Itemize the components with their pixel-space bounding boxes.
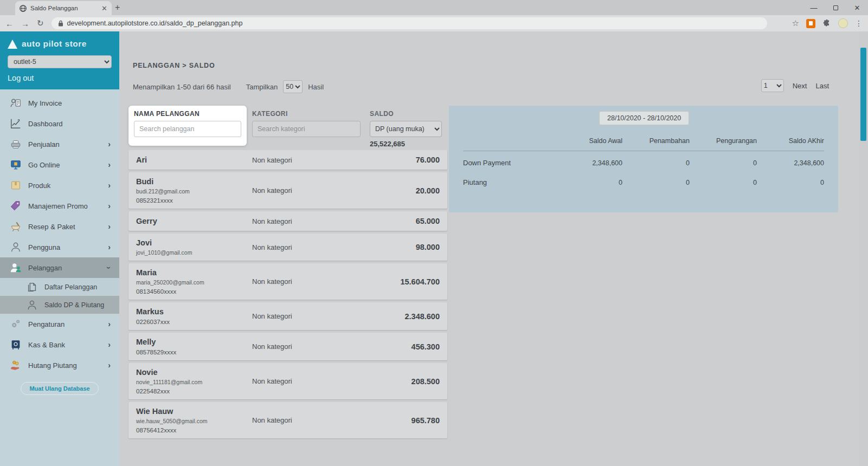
customer-name: Budi bbox=[136, 177, 252, 186]
page-number-select[interactable]: 1 bbox=[761, 79, 784, 92]
summary-row-label: Down Payment bbox=[463, 159, 555, 167]
customer-category: Non kategori bbox=[252, 243, 352, 251]
box-icon bbox=[10, 179, 22, 191]
customer-row[interactable]: Ari Non kategori 76.000 bbox=[128, 150, 447, 170]
refresh-icon[interactable]: ↻ bbox=[37, 18, 44, 28]
customer-balance: 76.000 bbox=[352, 156, 440, 164]
store-extension-icon[interactable] bbox=[806, 19, 815, 28]
date-range-button[interactable]: 28/10/2020 - 28/10/2020 bbox=[599, 111, 689, 125]
customer-balance: 2.348.600 bbox=[352, 312, 440, 321]
summary-row-label: Piutang bbox=[463, 178, 555, 186]
logo-icon bbox=[8, 40, 17, 49]
saldo-type-select[interactable]: DP (uang muka) bbox=[370, 121, 442, 137]
customer-balance: 15.604.700 bbox=[352, 277, 440, 286]
dashboard-icon bbox=[10, 118, 22, 130]
sidebar-item[interactable]: Produk › bbox=[0, 175, 119, 196]
customers-icon bbox=[10, 262, 22, 274]
sidebar-item[interactable]: Pengaturan › bbox=[0, 314, 119, 334]
browser-tab[interactable]: Saldo Pelanggan ✕ bbox=[15, 1, 112, 15]
balance-user-icon bbox=[26, 299, 38, 311]
restore-button[interactable] bbox=[825, 0, 846, 15]
chevron-icon: › bbox=[105, 267, 114, 269]
cash-register-icon bbox=[10, 138, 22, 150]
saldo-total: 25,522,685 bbox=[370, 140, 442, 148]
tampilkan-label: Tampilkan bbox=[246, 83, 278, 91]
sidebar-item[interactable]: Daftar Pelanggan bbox=[0, 278, 119, 296]
search-kategori-input[interactable] bbox=[252, 121, 361, 137]
results-count: Menampilkan 1-50 dari 66 hasil bbox=[133, 83, 231, 91]
chevron-icon: › bbox=[108, 140, 111, 148]
customer-name: Maria bbox=[136, 268, 252, 277]
sidebar-item[interactable]: Penjualan › bbox=[0, 134, 119, 154]
customer-row[interactable]: Wie Hauw wie.hauw_5050@gmail.com 0875641… bbox=[128, 402, 447, 438]
reload-database-button[interactable]: Muat Ulang Database bbox=[21, 382, 98, 395]
customer-name: Ari bbox=[136, 156, 252, 164]
customer-row[interactable]: Maria maria_250200@gmail.com 08134560xxx… bbox=[128, 263, 447, 300]
bookmark-star-icon[interactable]: ☆ bbox=[792, 18, 799, 28]
customer-category: Non kategori bbox=[252, 377, 352, 385]
new-tab-button[interactable]: + bbox=[115, 3, 120, 12]
tab-close-icon[interactable]: ✕ bbox=[101, 4, 107, 12]
breadcrumb: PELANGGAN > SALDO bbox=[133, 62, 215, 69]
summary-column-header: Saldo Awal bbox=[555, 137, 622, 145]
customer-row[interactable]: Markus 0226037xxx Non kategori 2.348.600 bbox=[128, 302, 447, 330]
sidebar-item[interactable]: Pengguna › bbox=[0, 237, 119, 257]
customer-rows: Ari Non kategori 76.000 Budi budi.212@gm… bbox=[128, 150, 447, 438]
page-size-select[interactable]: 50 bbox=[283, 80, 303, 93]
customer-row[interactable]: Novie novie_111181@gmail.com 0225482xxx … bbox=[128, 363, 447, 399]
logout-link[interactable]: Log out bbox=[8, 74, 34, 82]
sidebar-item[interactable]: My Invoice bbox=[0, 93, 119, 113]
address-bar[interactable]: development.autopilotstore.co.id/saldo_d… bbox=[52, 17, 767, 29]
balance-summary-panel: 28/10/2020 - 28/10/2020 Saldo Awal Penam… bbox=[449, 106, 838, 212]
penambahan-value: 0 bbox=[622, 159, 690, 167]
sidebar-menu: My Invoice Dashboard Penjualan › bbox=[0, 89, 119, 395]
extensions-puzzle-icon[interactable] bbox=[822, 19, 831, 28]
page-scrollbar[interactable] bbox=[859, 31, 868, 466]
hasil-label: Hasil bbox=[308, 83, 324, 91]
chevron-icon: › bbox=[108, 243, 111, 251]
browser-menu-icon[interactable]: ⋮ bbox=[855, 19, 863, 28]
close-button[interactable]: ✕ bbox=[846, 0, 868, 15]
back-icon[interactable]: ← bbox=[5, 19, 14, 28]
customer-list-icon bbox=[26, 281, 38, 293]
chevron-icon: › bbox=[108, 320, 111, 328]
sidebar-item[interactable]: Resep & Paket › bbox=[0, 216, 119, 237]
summary-table-header: Saldo Awal Penambahan Pengurangan Saldo … bbox=[463, 137, 824, 151]
sidebar-item[interactable]: Saldo DP & Piutang bbox=[0, 296, 119, 314]
sidebar-item[interactable]: Hutang Piutang › bbox=[0, 355, 119, 376]
pengurangan-value: 0 bbox=[690, 159, 757, 167]
sidebar-item[interactable]: Go Online › bbox=[0, 154, 119, 175]
sidebar-item[interactable]: Manajemen Promo › bbox=[0, 196, 119, 216]
minimize-button[interactable]: — bbox=[803, 0, 825, 15]
profile-avatar[interactable] bbox=[838, 18, 848, 28]
scrollbar-thumb[interactable] bbox=[860, 48, 866, 141]
next-page-link[interactable]: Next bbox=[793, 82, 807, 90]
customer-name: Markus bbox=[136, 307, 252, 316]
sidebar-item[interactable]: Pelanggan › bbox=[0, 257, 119, 278]
customer-row[interactable]: Budi budi.212@gmail.com 0852321xxxx Non … bbox=[128, 172, 447, 209]
sidebar-item[interactable]: Dashboard bbox=[0, 113, 119, 134]
summary-row: Piutang 0 0 0 0 bbox=[463, 171, 824, 190]
sidebar-item[interactable]: Kas & Bank › bbox=[0, 334, 119, 355]
summary-row: Down Payment 2,348,600 0 0 2,348,600 bbox=[463, 151, 824, 171]
customer-row[interactable]: Jovi jovi_1010@gmail.com Non kategori 98… bbox=[128, 234, 447, 261]
saldo-awal-value: 0 bbox=[555, 179, 622, 186]
search-pelanggan-input[interactable] bbox=[134, 121, 241, 137]
chevron-icon: › bbox=[108, 222, 111, 231]
customer-category: Non kategori bbox=[252, 217, 352, 225]
saldo-akhir-value: 0 bbox=[757, 179, 824, 186]
customer-phone: 0226037xxx bbox=[136, 319, 252, 325]
outlet-select[interactable]: outlet-5 bbox=[8, 55, 112, 68]
mortar-icon bbox=[10, 221, 22, 232]
customer-row[interactable]: Gerry Non kategori 65.000 bbox=[128, 211, 447, 231]
forward-icon[interactable]: → bbox=[21, 19, 29, 28]
customer-email: wie.hauw_5050@gmail.com bbox=[136, 418, 252, 424]
customer-row[interactable]: Melly 08578529xxxx Non kategori 456.300 bbox=[128, 333, 447, 360]
last-page-link[interactable]: Last bbox=[815, 82, 829, 90]
customer-name: Wie Hauw bbox=[136, 407, 252, 416]
customer-email: budi.212@gmail.com bbox=[136, 188, 252, 195]
customer-category: Non kategori bbox=[252, 342, 352, 351]
nama-column-header: NAMA PELANGGAN bbox=[134, 110, 241, 118]
pagination: 1 Next Last bbox=[761, 79, 829, 92]
browser-titlebar: Saldo Pelanggan ✕ + — ✕ bbox=[0, 0, 868, 15]
